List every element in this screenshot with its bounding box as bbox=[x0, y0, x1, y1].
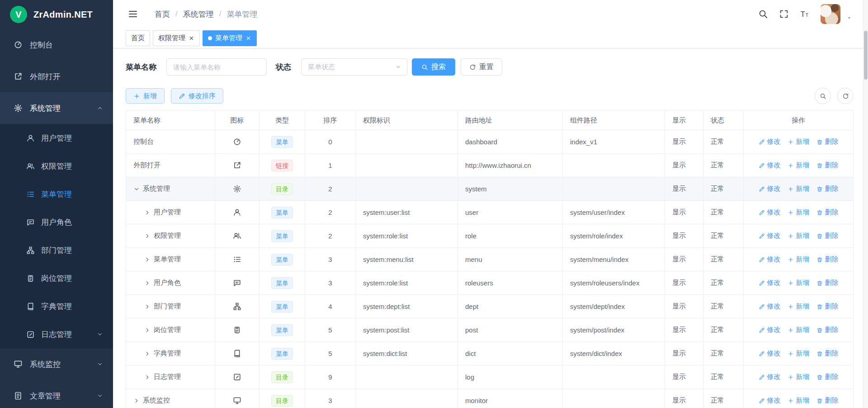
add-label: 新增 bbox=[796, 279, 810, 287]
tab-2[interactable]: 菜单管理 bbox=[203, 30, 257, 46]
menu-icon-cell bbox=[215, 248, 259, 271]
delete-row-button[interactable]: 删除 bbox=[816, 373, 839, 381]
chevron-right-icon[interactable] bbox=[133, 398, 140, 404]
toggle-search-button[interactable] bbox=[815, 88, 831, 104]
fullscreen-icon[interactable] bbox=[779, 9, 789, 19]
edit-icon bbox=[759, 374, 765, 380]
edit-row-button[interactable]: 修改 bbox=[759, 279, 781, 287]
tab-1[interactable]: 权限管理 bbox=[153, 30, 200, 46]
delete-row-button[interactable]: 删除 bbox=[816, 255, 839, 264]
add-row-button[interactable]: 新增 bbox=[788, 255, 810, 264]
edit-row-button[interactable]: 修改 bbox=[759, 255, 781, 264]
sidebar-item-users[interactable]: 权限管理 bbox=[0, 152, 113, 180]
header-search-icon[interactable] bbox=[758, 9, 768, 19]
add-row-button[interactable]: 新增 bbox=[788, 208, 810, 217]
chevron-right-icon[interactable] bbox=[144, 351, 151, 357]
plus-icon bbox=[788, 280, 794, 286]
type-tag: 菜单 bbox=[271, 136, 293, 148]
chevron-right-icon[interactable] bbox=[144, 280, 151, 286]
edit-row-button[interactable]: 修改 bbox=[759, 396, 781, 405]
breadcrumb-system[interactable]: 系统管理 bbox=[183, 9, 214, 19]
delete-row-button[interactable]: 删除 bbox=[816, 232, 839, 240]
table-row: 部门管理菜单4system:dept:listdeptsystem/dept/i… bbox=[126, 295, 854, 318]
component-cell bbox=[563, 177, 665, 201]
edit-row-button[interactable]: 修改 bbox=[759, 373, 781, 381]
refresh-table-button[interactable] bbox=[837, 88, 854, 104]
delete-row-button[interactable]: 删除 bbox=[816, 161, 839, 170]
sidebar-item-gauge[interactable]: 控制台 bbox=[0, 29, 113, 61]
status-select[interactable]: 菜单状态 bbox=[301, 58, 407, 76]
search-button[interactable]: 搜索 bbox=[412, 58, 455, 76]
sidebar-item-doc[interactable]: 文章管理 bbox=[0, 380, 113, 408]
menu-name-input[interactable] bbox=[166, 58, 267, 76]
font-size-icon[interactable] bbox=[800, 9, 810, 19]
edit-row-button[interactable]: 修改 bbox=[759, 232, 781, 240]
close-icon[interactable] bbox=[245, 35, 251, 41]
add-row-button[interactable]: 新增 bbox=[788, 185, 810, 193]
add-button[interactable]: 新增 bbox=[126, 88, 165, 104]
delete-row-button[interactable]: 删除 bbox=[816, 396, 839, 405]
chevron-right-icon[interactable] bbox=[144, 209, 151, 216]
avatar[interactable] bbox=[821, 4, 840, 24]
add-row-button[interactable]: 新增 bbox=[788, 396, 810, 405]
sidebar-item-external[interactable]: 外部打开 bbox=[0, 61, 113, 92]
chevron-right-icon[interactable] bbox=[144, 256, 151, 263]
edit-row-button[interactable]: 修改 bbox=[759, 302, 781, 311]
sort-button[interactable]: 修改排序 bbox=[171, 88, 223, 104]
edit-row-button[interactable]: 修改 bbox=[759, 138, 781, 146]
sidebar-item-chat[interactable]: 用户角色 bbox=[0, 208, 113, 236]
status-filter-label: 状态 bbox=[276, 62, 291, 72]
delete-row-button[interactable]: 删除 bbox=[816, 302, 839, 311]
sidebar-item-list[interactable]: 菜单管理 bbox=[0, 180, 113, 208]
avatar-dropdown-caret-icon[interactable] bbox=[846, 14, 853, 21]
page-scrollbar[interactable] bbox=[863, 0, 868, 408]
add-row-button[interactable]: 新增 bbox=[788, 138, 810, 146]
menu-fold-icon[interactable] bbox=[127, 9, 138, 19]
logo-icon: V bbox=[10, 6, 27, 23]
add-row-button[interactable]: 新增 bbox=[788, 302, 810, 311]
breadcrumb-home[interactable]: 首页 bbox=[155, 9, 170, 19]
close-icon[interactable] bbox=[189, 35, 194, 41]
menu-name-cell: 控制台 bbox=[126, 130, 215, 154]
sidebar-item-book[interactable]: 字典管理 bbox=[0, 292, 113, 320]
delete-row-button[interactable]: 删除 bbox=[816, 208, 839, 217]
status-cell: 正常 bbox=[703, 177, 744, 201]
delete-row-button[interactable]: 删除 bbox=[816, 185, 839, 193]
app-root: V ZrAdmin.NET 控制台外部打开系统管理用户管理权限管理菜单管理用户角… bbox=[0, 0, 868, 408]
edit-row-button[interactable]: 修改 bbox=[759, 349, 781, 358]
chevron-right-icon[interactable] bbox=[144, 233, 151, 239]
delete-row-button[interactable]: 删除 bbox=[816, 349, 839, 358]
tab-0[interactable]: 首页 bbox=[126, 30, 150, 46]
sidebar-item-badge[interactable]: 岗位管理 bbox=[0, 264, 113, 292]
add-row-button[interactable]: 新增 bbox=[788, 349, 810, 358]
app-logo[interactable]: V ZrAdmin.NET bbox=[0, 0, 113, 29]
add-row-button[interactable]: 新增 bbox=[788, 279, 810, 287]
edit-row-button[interactable]: 修改 bbox=[759, 185, 781, 193]
sidebar-item-user[interactable]: 用户管理 bbox=[0, 124, 113, 152]
chevron-right-icon[interactable] bbox=[144, 327, 151, 333]
delete-row-button[interactable]: 删除 bbox=[816, 326, 839, 334]
scrollbar-thumb[interactable] bbox=[864, 31, 868, 80]
delete-row-button[interactable]: 删除 bbox=[816, 138, 839, 146]
sidebar-item-tree[interactable]: 部门管理 bbox=[0, 236, 113, 264]
chevron-right-icon[interactable] bbox=[144, 304, 151, 310]
component-cell: system/dict/index bbox=[563, 342, 665, 365]
add-row-button[interactable]: 新增 bbox=[788, 373, 810, 381]
edit-icon bbox=[179, 93, 185, 100]
sidebar-item-monitor[interactable]: 系统监控 bbox=[0, 348, 113, 380]
edit-row-button[interactable]: 修改 bbox=[759, 161, 781, 170]
sidebar-item-gear[interactable]: 系统管理 bbox=[0, 92, 113, 124]
chevron-down-icon[interactable] bbox=[133, 186, 140, 192]
add-row-button[interactable]: 新增 bbox=[788, 161, 810, 170]
add-row-button[interactable]: 新增 bbox=[788, 326, 810, 334]
edit-row-button[interactable]: 修改 bbox=[759, 326, 781, 334]
reset-button[interactable]: 重置 bbox=[461, 58, 502, 76]
chevron-right-icon[interactable] bbox=[144, 374, 151, 380]
edit-row-button[interactable]: 修改 bbox=[759, 208, 781, 217]
order-cell: 3 bbox=[305, 248, 356, 271]
edit-icon bbox=[759, 398, 765, 404]
sidebar-item-editnote[interactable]: 日志管理 bbox=[0, 320, 113, 348]
add-row-button[interactable]: 新增 bbox=[788, 232, 810, 240]
route-cell: post bbox=[458, 318, 563, 342]
delete-row-button[interactable]: 删除 bbox=[816, 279, 839, 287]
